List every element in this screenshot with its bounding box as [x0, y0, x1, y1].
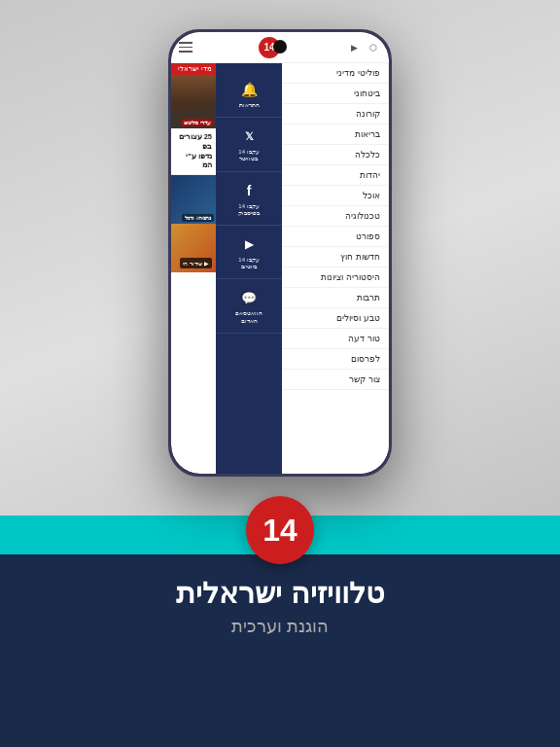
panel-twitter[interactable]: 𝕏 עקבו 14 בטוויטר: [216, 118, 282, 171]
whatsapp-icon: 💬: [238, 287, 260, 308]
panel-notifications[interactable]: 🔔 התראות: [216, 71, 282, 118]
header-icons: ▶ ⬡: [346, 40, 381, 55]
facebook-icon: f: [238, 180, 260, 201]
bottom-logo-number: 14: [262, 515, 298, 546]
sidebar-item-political[interactable]: פוליטי מדיני: [282, 63, 388, 84]
play-icon-small: ▶: [204, 260, 209, 267]
sidebar-item-foreign[interactable]: חדשות חוץ: [282, 247, 388, 267]
share-icon[interactable]: ⬡: [366, 40, 381, 55]
news-headline-1: 25 עצורים בפנדפו ע"י המ: [175, 132, 212, 170]
bottom-section: 14 טלוויזיה ישראלית הוגנת וערכית: [0, 477, 560, 637]
hamburger-icon[interactable]: [179, 42, 192, 53]
news-content: מדי ישראלי עדרי מלטש 25 עצורים בפנדפו ע"…: [171, 63, 216, 474]
live-label: שידור חי: [183, 260, 202, 267]
sidebar-item-economy[interactable]: כלכלה: [282, 145, 388, 165]
sidebar-item-sport[interactable]: ספורט: [282, 227, 388, 247]
sidebar-item-culture[interactable]: תרבות: [282, 288, 388, 308]
sidebar-item-contact[interactable]: צור קשר: [282, 370, 388, 390]
main-title: טלוויזיה ישראלית: [0, 576, 560, 610]
background-area: 14 ▶ ⬡ פוליטי מדיני ביטחוני קורונה בריאו…: [0, 0, 560, 747]
news-top-bar: מדי ישראלי: [171, 63, 216, 75]
sidebar: פוליטי מדיני ביטחוני קורונה בריאות כלכלה…: [282, 63, 389, 474]
news-item-1[interactable]: 25 עצורים בפנדפו ע"י המ: [171, 128, 216, 175]
news-top-text: מדי ישראלי: [178, 65, 212, 73]
twitter-label: עקבו 14 בטוויטר: [238, 149, 259, 162]
panel-whatsapp[interactable]: 💬 הוואטסאפ האדום: [216, 279, 282, 333]
sidebar-item-nature[interactable]: טבע וסיולים: [282, 308, 388, 329]
sidebar-item-food[interactable]: אוכל: [282, 186, 388, 206]
logo-circle: 14: [246, 496, 314, 564]
live-badge: ▶ שידור חי: [180, 258, 212, 268]
youtube-label: עקבו 14 ביוטיוב: [238, 257, 259, 270]
bell-icon: 🔔: [238, 79, 260, 100]
sidebar-item-judaism[interactable]: יהדות: [282, 165, 388, 186]
sidebar-item-history[interactable]: היסטוריה וציונות: [282, 267, 388, 288]
sidebar-item-opinion[interactable]: טור דעה: [282, 329, 388, 349]
phone-screen: 14 ▶ ⬡ פוליטי מדיני ביטחוני קורונה בריאו…: [171, 32, 389, 474]
sidebar-item-security[interactable]: ביטחוני: [282, 84, 388, 104]
phone-frame: 14 ▶ ⬡ פוליטי מדיני ביטחוני קורונה בריאו…: [168, 29, 392, 477]
youtube-icon: ▶: [238, 233, 260, 255]
twitter-icon: 𝕏: [238, 125, 260, 147]
panel-youtube[interactable]: ▶ עקבו 14 ביוטיוב: [216, 226, 282, 279]
right-panel: 🔔 התראות 𝕏 עקבו 14 בטוויטר f עקבו 14 בפי…: [216, 63, 282, 474]
phone-notch: [273, 40, 287, 53]
sidebar-item-health[interactable]: בריאות: [282, 124, 388, 145]
panel-facebook[interactable]: f עקבו 14 בפייסבוק: [216, 172, 282, 226]
notifications-label: התראות: [239, 102, 260, 109]
sub-title: הוגנת וערכית: [0, 616, 560, 637]
video-icon[interactable]: ▶: [346, 40, 362, 55]
app-content: פוליטי מדיני ביטחוני קורונה בריאות כלכלה…: [171, 63, 389, 474]
facebook-label: עקבו 14 בפייסבוק: [238, 203, 260, 217]
news-image-1: עדרי מלטש: [171, 75, 216, 128]
sidebar-item-tech[interactable]: טכנולוגיה: [282, 206, 388, 227]
sidebar-item-advertise[interactable]: לפרסום: [282, 349, 388, 370]
news-image-2: נתניהו ודגל: [171, 175, 216, 224]
whatsapp-label: הוואטסאפ האדום: [235, 310, 262, 324]
news-image-3: ▶ שידור חי: [171, 224, 216, 272]
sidebar-item-corona[interactable]: קורונה: [282, 104, 388, 124]
